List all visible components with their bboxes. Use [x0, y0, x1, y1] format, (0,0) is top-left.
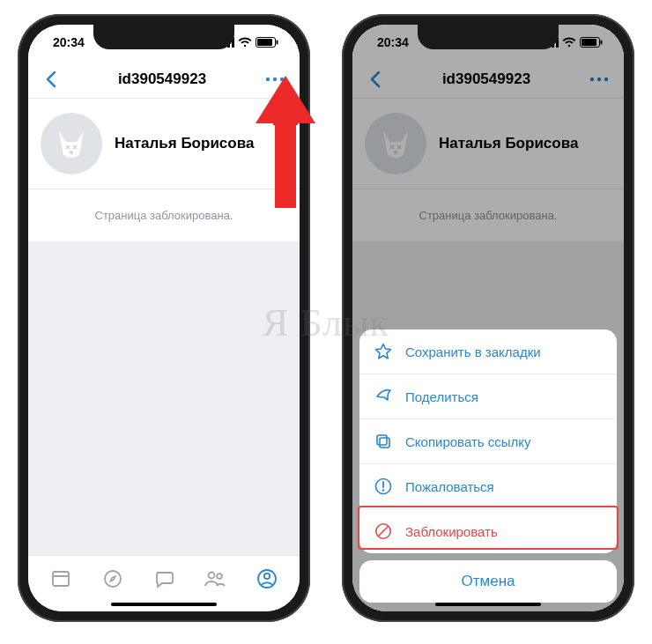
sheet-item-report[interactable]: Пожаловаться [359, 464, 617, 509]
blocked-message: Страница заблокирована. [28, 189, 300, 241]
share-icon [374, 387, 393, 406]
sheet-item-block[interactable]: Заблокировать [359, 509, 617, 553]
nav-bar: id390549923 [28, 60, 300, 99]
wifi-icon [238, 37, 252, 48]
sheet-item-label: Поделиться [405, 389, 478, 404]
svg-line-45 [379, 527, 389, 537]
sheet-item-bookmark[interactable]: Сохранить в закладки [359, 329, 617, 374]
sheet-item-copy-link[interactable]: Скопировать ссылку [359, 419, 617, 464]
tab-friends[interactable] [196, 565, 234, 593]
back-button[interactable] [41, 69, 62, 90]
svg-point-19 [218, 574, 223, 579]
sheet-cancel-button[interactable]: Отмена [359, 560, 617, 603]
tab-messages[interactable] [144, 565, 183, 593]
notch [93, 25, 234, 49]
copy-icon [374, 432, 393, 451]
svg-rect-5 [257, 39, 272, 46]
sheet-item-label: Скопировать ссылку [405, 434, 531, 449]
svg-rect-15 [53, 572, 69, 586]
svg-point-18 [209, 573, 215, 579]
notch [418, 25, 559, 49]
star-icon [374, 342, 393, 361]
status-time: 20:34 [53, 35, 85, 49]
battery-icon [256, 37, 278, 48]
page-title: id390549923 [118, 70, 206, 88]
avatar [41, 113, 102, 174]
content-area [28, 241, 300, 555]
svg-rect-39 [380, 438, 389, 448]
svg-point-8 [273, 77, 277, 80]
tab-profile[interactable] [248, 565, 286, 593]
svg-point-7 [266, 77, 270, 80]
svg-rect-40 [377, 435, 387, 445]
tab-discover[interactable] [93, 565, 132, 593]
svg-point-21 [264, 574, 270, 579]
svg-point-43 [382, 489, 384, 491]
block-icon [374, 522, 393, 541]
sheet-item-label: Сохранить в закладки [405, 344, 541, 359]
phone-frame-left: 20:34 id390549923 [18, 14, 310, 622]
svg-rect-6 [277, 41, 278, 45]
tab-feed[interactable] [41, 565, 80, 593]
svg-point-14 [70, 151, 73, 154]
home-indicator [111, 603, 217, 606]
sheet-item-label: Пожаловаться [405, 479, 494, 494]
profile-card: Наталья Борисова [28, 99, 300, 189]
phone-frame-right: 20:34 id390549923 [342, 14, 634, 622]
sheet-item-label: Заблокировать [405, 524, 498, 539]
sheet-item-share[interactable]: Поделиться [359, 374, 617, 419]
profile-name: Наталья Борисова [115, 135, 254, 152]
more-button[interactable] [263, 69, 287, 90]
svg-point-9 [280, 77, 284, 80]
action-sheet: Сохранить в закладки Поделиться Скопиров… [359, 329, 617, 603]
svg-point-17 [105, 571, 121, 587]
alert-icon [374, 477, 393, 496]
